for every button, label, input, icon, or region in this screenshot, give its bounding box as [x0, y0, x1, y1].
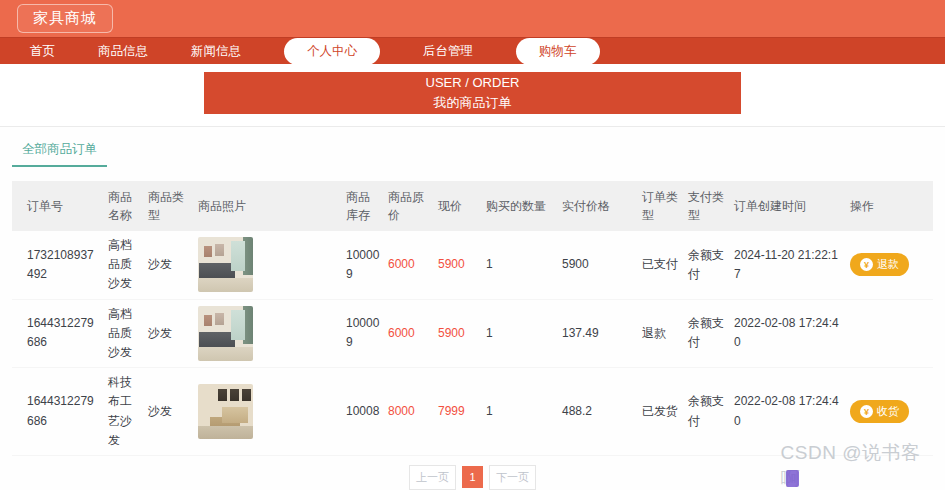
- current-price: 7999: [434, 368, 482, 456]
- product-name: 高档品质沙发: [104, 231, 144, 299]
- col-pay-type: 支付类型: [684, 181, 730, 231]
- stock: 100009: [342, 231, 384, 299]
- col-quantity: 购买的数量: [482, 181, 558, 231]
- product-photo: [198, 384, 253, 439]
- table-header: 订单号 商品名称 商品类型 商品照片 商品库存 商品原价 现价 购买的数量 实付…: [12, 181, 933, 231]
- original-price: 6000: [384, 299, 434, 368]
- main-navigation: 首页 商品信息 新闻信息 个人中心 后台管理 购物车: [0, 37, 945, 64]
- order-status: 退款: [638, 299, 684, 368]
- quantity: 1: [482, 368, 558, 456]
- product-type: 沙发: [144, 231, 194, 299]
- col-product-type: 商品类型: [144, 181, 194, 231]
- table-row: 1644312279686 高档品质沙发 沙发 100009 6000 5900…: [12, 299, 933, 368]
- next-page-button[interactable]: 下一页: [489, 465, 536, 490]
- banner-wrapper: USER / ORDER 我的商品订单: [0, 64, 945, 114]
- product-photo: [198, 237, 253, 292]
- brand-logo-button[interactable]: 家具商城: [17, 4, 113, 33]
- nav-item-products[interactable]: 商品信息: [98, 43, 148, 60]
- top-brand-bar: 家具商城: [0, 0, 945, 37]
- banner-breadcrumb: USER / ORDER: [426, 73, 520, 93]
- pay-type: 余额支付: [684, 368, 730, 456]
- original-price: 6000: [384, 231, 434, 299]
- col-stock: 商品库存: [342, 181, 384, 231]
- receive-goods-button[interactable]: ¥ 收货: [850, 400, 909, 423]
- yen-circle-icon: ¥: [860, 258, 873, 271]
- created-time: 2024-11-20 21:22:17: [730, 231, 846, 299]
- quantity: 1: [482, 231, 558, 299]
- paid-price: 137.49: [558, 299, 638, 368]
- product-photo: [198, 306, 253, 361]
- col-original-price: 商品原价: [384, 181, 434, 231]
- yen-circle-icon: ¥: [860, 405, 873, 418]
- col-product-photo: 商品照片: [194, 181, 342, 231]
- refund-button-label: 退款: [877, 257, 899, 272]
- paid-price: 488.2: [558, 368, 638, 456]
- order-id: 1644312279686: [12, 368, 104, 456]
- prev-page-button[interactable]: 上一页: [409, 465, 456, 490]
- watermark-text: CSDN @说书客啊: [781, 442, 921, 489]
- current-price: 5900: [434, 231, 482, 299]
- product-name: 高档品质沙发: [104, 299, 144, 368]
- col-created-time: 订单创建时间: [730, 181, 846, 231]
- current-price: 5900: [434, 299, 482, 368]
- tab-all-orders[interactable]: 全部商品订单: [12, 136, 107, 167]
- stock: 10008: [342, 368, 384, 456]
- table-row: 1732108937492 高档品质沙发 沙发 100009 6000 5900…: [12, 231, 933, 299]
- order-id: 1732108937492: [12, 231, 104, 299]
- nav-item-personal-center[interactable]: 个人中心: [284, 38, 380, 65]
- nav-item-cart[interactable]: 购物车: [516, 38, 600, 65]
- order-id: 1644312279686: [12, 299, 104, 368]
- col-product-name: 商品名称: [104, 181, 144, 231]
- created-time: 2022-02-08 17:24:40: [730, 299, 846, 368]
- nav-item-home[interactable]: 首页: [30, 43, 55, 60]
- paid-price: 5900: [558, 231, 638, 299]
- actions-empty: [846, 299, 933, 368]
- page-title: 我的商品订单: [434, 93, 512, 113]
- col-paid-price: 实付价格: [558, 181, 638, 231]
- order-status: 已发货: [638, 368, 684, 456]
- refund-button[interactable]: ¥ 退款: [850, 253, 909, 276]
- page-number-1[interactable]: 1: [462, 466, 483, 488]
- tabs-bar: 全部商品订单: [0, 136, 945, 167]
- pay-type: 余额支付: [684, 231, 730, 299]
- nav-item-admin[interactable]: 后台管理: [423, 43, 473, 60]
- product-type: 沙发: [144, 299, 194, 368]
- pay-type: 余额支付: [684, 299, 730, 368]
- content-panel: 全部商品订单 订单号 商品名称 商品类型 商品照片 商品库存 商品原价 现价 购…: [0, 126, 945, 490]
- page-banner: USER / ORDER 我的商品订单: [204, 72, 741, 114]
- col-actions: 操作: [846, 181, 933, 231]
- product-type: 沙发: [144, 368, 194, 456]
- order-status: 已支付: [638, 231, 684, 299]
- product-name: 科技布工艺沙发: [104, 368, 144, 456]
- original-price: 8000: [384, 368, 434, 456]
- nav-item-news[interactable]: 新闻信息: [191, 43, 241, 60]
- watermark-cursor-icon: [786, 470, 799, 487]
- orders-table: 订单号 商品名称 商品类型 商品照片 商品库存 商品原价 现价 购买的数量 实付…: [12, 181, 933, 456]
- csdn-watermark: CSDN @说书客啊: [781, 440, 939, 492]
- col-current-price: 现价: [434, 181, 482, 231]
- quantity: 1: [482, 299, 558, 368]
- col-order-type: 订单类型: [638, 181, 684, 231]
- stock: 100009: [342, 299, 384, 368]
- receive-goods-button-label: 收货: [877, 404, 899, 419]
- col-order-id: 订单号: [12, 181, 104, 231]
